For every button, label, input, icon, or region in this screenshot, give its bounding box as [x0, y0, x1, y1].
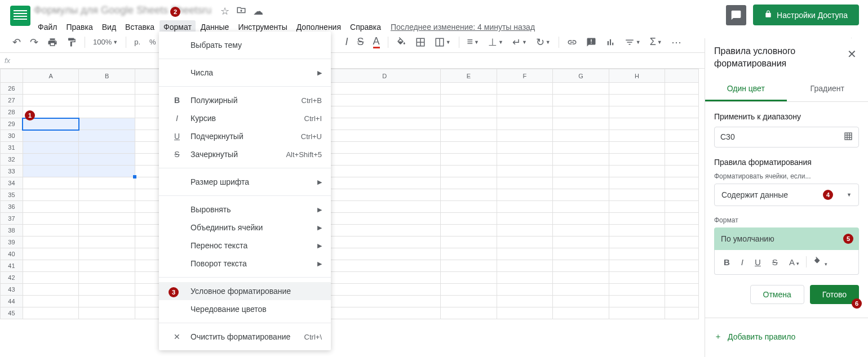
cell[interactable]: [441, 106, 497, 118]
paint-format-button[interactable]: [63, 35, 80, 50]
cell[interactable]: [609, 307, 665, 319]
cell[interactable]: [665, 260, 699, 272]
cell[interactable]: [665, 166, 699, 177]
cell[interactable]: [497, 166, 553, 177]
menu-item-очистить-форматирование[interactable]: ✕Очистить форматированиеCtrl+\: [159, 328, 331, 346]
text-color-button[interactable]: A ▾: [785, 255, 804, 269]
table-row[interactable]: 36: [1, 201, 699, 213]
cell[interactable]: [665, 307, 699, 319]
row-header[interactable]: 33: [1, 166, 23, 177]
cell[interactable]: [23, 272, 79, 284]
cell[interactable]: [441, 154, 497, 166]
cell[interactable]: [79, 154, 135, 166]
cell[interactable]: [23, 177, 79, 189]
grid-select-icon[interactable]: [844, 132, 853, 142]
cell[interactable]: [441, 177, 497, 189]
cell[interactable]: [609, 130, 665, 142]
menu-item-зачеркнутый[interactable]: SЗачеркнутыйAlt+Shift+5: [159, 145, 331, 163]
cell[interactable]: [329, 83, 441, 95]
row-header[interactable]: 38: [1, 225, 23, 236]
cell[interactable]: [497, 213, 553, 225]
cell[interactable]: [665, 201, 699, 213]
cell[interactable]: [665, 142, 699, 154]
insert-link-button[interactable]: [564, 35, 581, 50]
cell[interactable]: [553, 248, 609, 260]
cell[interactable]: [329, 118, 441, 130]
cell[interactable]: [23, 284, 79, 296]
cell[interactable]: [609, 106, 665, 118]
menu-item-перенос-текста[interactable]: Перенос текста▶: [159, 236, 331, 255]
text-wrap-button[interactable]: ↵ ▼: [509, 34, 530, 51]
cancel-button[interactable]: Отмена: [750, 285, 804, 304]
cell[interactable]: [441, 284, 497, 296]
fill-color-button[interactable]: ▾: [809, 255, 832, 270]
borders-button[interactable]: [412, 35, 429, 50]
close-sidebar-button[interactable]: ✕: [845, 45, 859, 63]
row-header[interactable]: 34: [1, 177, 23, 189]
row-header[interactable]: 42: [1, 272, 23, 284]
format-preview[interactable]: По умолчанию 5: [714, 227, 859, 250]
cell[interactable]: [609, 118, 665, 130]
cell[interactable]: [23, 225, 79, 236]
cell[interactable]: [79, 225, 135, 236]
cell[interactable]: [329, 130, 441, 142]
cell[interactable]: [609, 201, 665, 213]
table-row[interactable]: 26: [1, 83, 699, 95]
cell[interactable]: [23, 248, 79, 260]
table-row[interactable]: 40: [1, 248, 699, 260]
cell[interactable]: [329, 284, 441, 296]
cell[interactable]: [441, 236, 497, 248]
cell[interactable]: [441, 142, 497, 154]
cell[interactable]: [329, 201, 441, 213]
row-header[interactable]: 32: [1, 154, 23, 166]
cell[interactable]: [609, 142, 665, 154]
table-row[interactable]: 39: [1, 236, 699, 248]
row-header[interactable]: 36: [1, 201, 23, 213]
menu-item-курсив[interactable]: IКурсивCtrl+I: [159, 109, 331, 127]
cell[interactable]: [665, 284, 699, 296]
cell[interactable]: [609, 284, 665, 296]
cell[interactable]: [329, 154, 441, 166]
table-row[interactable]: 34: [1, 177, 699, 189]
row-header[interactable]: 26: [1, 83, 23, 95]
menu-item-выбрать-тему[interactable]: Выбрать тему: [159, 36, 331, 54]
cell[interactable]: [79, 130, 135, 142]
tab-single-color[interactable]: Один цвет: [705, 77, 787, 101]
star-icon[interactable]: ☆: [220, 5, 229, 18]
bold-button[interactable]: B: [719, 255, 734, 269]
row-header[interactable]: 44: [1, 296, 23, 307]
row-header[interactable]: 39: [1, 236, 23, 248]
table-row[interactable]: 44: [1, 296, 699, 307]
cell[interactable]: [329, 296, 441, 307]
cell[interactable]: [441, 296, 497, 307]
cell[interactable]: [553, 225, 609, 236]
table-row[interactable]: 42: [1, 272, 699, 284]
cell[interactable]: [497, 284, 553, 296]
cell[interactable]: [497, 272, 553, 284]
cell[interactable]: [497, 189, 553, 201]
cell[interactable]: [497, 201, 553, 213]
row-header[interactable]: 28: [1, 106, 23, 118]
cell[interactable]: [23, 260, 79, 272]
cell[interactable]: [23, 213, 79, 225]
row-header[interactable]: 30: [1, 130, 23, 142]
cell[interactable]: [329, 189, 441, 201]
filter-button[interactable]: ▼: [621, 35, 644, 50]
percent-format[interactable]: %: [146, 35, 160, 48]
merge-cells-button[interactable]: ▼: [431, 35, 454, 50]
cell[interactable]: [665, 130, 699, 142]
cell[interactable]: [497, 118, 553, 130]
table-row[interactable]: 28: [1, 106, 699, 118]
cell[interactable]: [553, 260, 609, 272]
cell[interactable]: [79, 236, 135, 248]
cell[interactable]: [79, 106, 135, 118]
undo-button[interactable]: ↶: [9, 34, 24, 51]
row-header[interactable]: 27: [1, 95, 23, 106]
cell[interactable]: [497, 248, 553, 260]
cell[interactable]: [79, 166, 135, 177]
row-header[interactable]: 43: [1, 284, 23, 296]
menu-item-выровнять[interactable]: Выровнять▶: [159, 200, 331, 218]
column-headers[interactable]: A B D E F G H: [1, 69, 699, 83]
menu-item-полужирный[interactable]: BПолужирныйCtrl+B: [159, 91, 331, 109]
cell[interactable]: [665, 272, 699, 284]
